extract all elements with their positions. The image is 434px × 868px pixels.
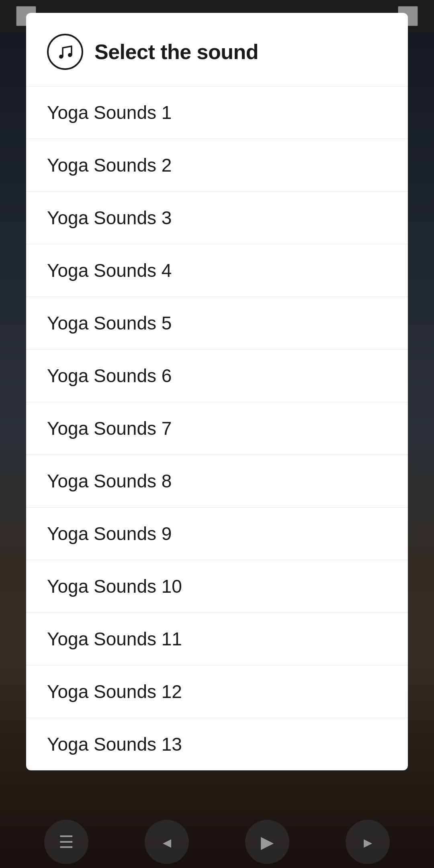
music-icon-wrapper bbox=[47, 34, 83, 70]
sound-list-item[interactable]: Yoga Sounds 1 bbox=[26, 86, 408, 139]
sound-list-item[interactable]: Yoga Sounds 5 bbox=[26, 297, 408, 349]
svg-point-0 bbox=[59, 55, 63, 59]
sound-list-item[interactable]: Yoga Sounds 3 bbox=[26, 191, 408, 244]
sound-list-item[interactable]: Yoga Sounds 2 bbox=[26, 139, 408, 191]
modal-title: Select the sound bbox=[94, 40, 258, 64]
svg-point-1 bbox=[68, 53, 72, 57]
sound-select-modal: Select the sound Yoga Sounds 1Yoga Sound… bbox=[26, 13, 408, 770]
sound-list-item[interactable]: Yoga Sounds 7 bbox=[26, 402, 408, 454]
music-note-icon bbox=[55, 41, 76, 62]
modal-header: Select the sound bbox=[26, 13, 408, 86]
sound-list: Yoga Sounds 1Yoga Sounds 2Yoga Sounds 3Y… bbox=[26, 86, 408, 770]
sound-list-item[interactable]: Yoga Sounds 10 bbox=[26, 560, 408, 612]
sound-list-item[interactable]: Yoga Sounds 4 bbox=[26, 244, 408, 297]
sound-list-item[interactable]: Yoga Sounds 6 bbox=[26, 349, 408, 402]
sound-list-item[interactable]: Yoga Sounds 11 bbox=[26, 612, 408, 665]
sound-list-item[interactable]: Yoga Sounds 12 bbox=[26, 665, 408, 718]
sound-list-item[interactable]: Yoga Sounds 13 bbox=[26, 718, 408, 770]
sound-list-item[interactable]: Yoga Sounds 8 bbox=[26, 454, 408, 507]
sound-list-item[interactable]: Yoga Sounds 9 bbox=[26, 507, 408, 560]
